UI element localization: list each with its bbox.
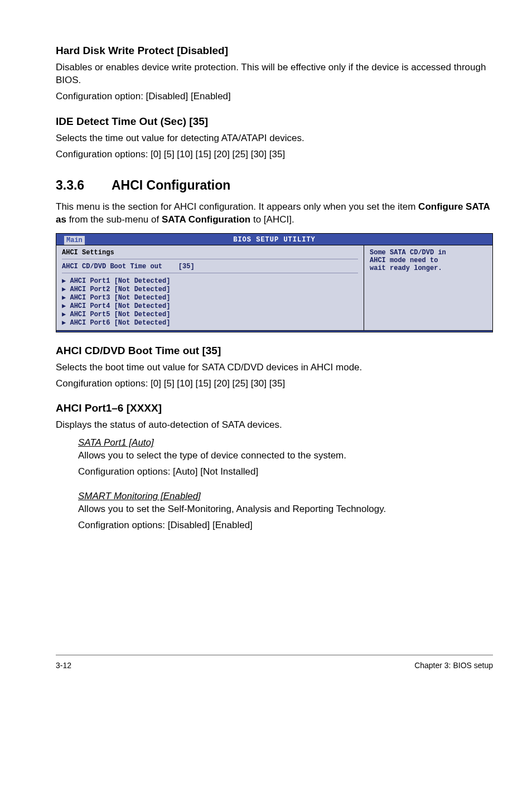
section-text: AHCI Configuration bbox=[112, 178, 230, 192]
page-footer: 3-12 Chapter 3: BIOS setup bbox=[56, 655, 493, 670]
ide-detect-timeout-heading: IDE Detect Time Out (Sec) [35] bbox=[56, 115, 493, 128]
bios-help-line: wait ready longer. bbox=[370, 264, 487, 272]
sata-port1-sub-heading: SATA Port1 [Auto] bbox=[78, 437, 493, 448]
bios-port-row: AHCI Port6 [Not Detected] bbox=[62, 318, 358, 327]
smart-monitoring-desc: Allows you to set the Self-Monitoring, A… bbox=[78, 503, 493, 516]
smart-monitoring-opts: Configration options: [Disabled] [Enable… bbox=[78, 519, 493, 532]
bios-left-panel: AHCI Settings AHCI CD/DVD Boot Time out … bbox=[56, 245, 364, 330]
bios-titlebar: BIOS SETUP UTILITY Main bbox=[56, 234, 492, 245]
sata-port1-desc: Allows you to select the type of device … bbox=[78, 450, 493, 462]
bios-port-row: AHCI Port2 [Not Detected] bbox=[62, 285, 358, 293]
ahci-boot-timeout-desc: Selects the boot time out value for SATA… bbox=[56, 361, 493, 374]
section-number: 3.3.6 bbox=[56, 178, 112, 193]
bios-port-row: AHCI Port1 [Not Detected] bbox=[62, 277, 358, 285]
ahci-ports-heading: AHCI Port1–6 [XXXX] bbox=[56, 402, 493, 414]
bios-help-panel: Some SATA CD/DVD in AHCI mode need to wa… bbox=[364, 245, 492, 330]
hard-disk-write-protect-heading: Hard Disk Write Protect [Disabled] bbox=[56, 45, 493, 57]
bios-port-row: AHCI Port4 [Not Detected] bbox=[62, 302, 358, 310]
bios-port-row: AHCI Port5 [Not Detected] bbox=[62, 310, 358, 318]
hard-disk-write-protect-opts: Configuration option: [Disabled] [Enable… bbox=[56, 90, 493, 103]
bios-ahci-settings-label: AHCI Settings bbox=[62, 249, 358, 257]
ahci-ports-desc: Displays the status of auto-detection of… bbox=[56, 419, 493, 432]
ahci-boot-timeout-opts: Congifuration options: [0] [5] [10] [15]… bbox=[56, 378, 493, 390]
ide-detect-timeout-desc: Selects the time out value for detecting… bbox=[56, 132, 493, 145]
hard-disk-write-protect-desc: Disables or enables device write protect… bbox=[56, 61, 493, 87]
sata-port1-opts: Configuration options: [Auto] [Not Insta… bbox=[78, 466, 493, 479]
bios-bottom-border bbox=[56, 330, 492, 332]
page-number: 3-12 bbox=[56, 661, 71, 670]
ahci-config-section-title: 3.3.6AHCI Configuration bbox=[56, 178, 493, 193]
text-fragment: This menu is the section for AHCI config… bbox=[56, 201, 418, 212]
chapter-label: Chapter 3: BIOS setup bbox=[414, 661, 493, 670]
bios-title: BIOS SETUP UTILITY bbox=[233, 236, 316, 244]
text-fragment: to [AHCI]. bbox=[250, 214, 294, 225]
bios-port-list: AHCI Port1 [Not Detected] AHCI Port2 [No… bbox=[62, 277, 358, 327]
text-bold: SATA Configuration bbox=[162, 214, 250, 225]
ahci-config-desc: This menu is the section for AHCI config… bbox=[56, 201, 493, 226]
bios-help-line: AHCI mode need to bbox=[370, 257, 487, 264]
bios-port-row: AHCI Port3 [Not Detected] bbox=[62, 293, 358, 302]
bios-tab-main: Main bbox=[64, 236, 85, 245]
text-fragment: from the sub-menu of bbox=[66, 214, 162, 225]
bios-opt-label: AHCI CD/DVD Boot Time out bbox=[62, 263, 162, 270]
smart-monitoring-sub-heading: SMART Monitoring [Enabled] bbox=[78, 491, 493, 502]
bios-boot-timeout-row: AHCI CD/DVD Boot Time out [35] bbox=[62, 263, 358, 270]
bios-help-line: Some SATA CD/DVD in bbox=[370, 249, 487, 257]
divider bbox=[62, 273, 358, 273]
divider bbox=[62, 259, 358, 259]
bios-opt-value: [35] bbox=[178, 263, 195, 270]
bios-setup-screenshot: BIOS SETUP UTILITY Main AHCI Settings AH… bbox=[56, 233, 493, 332]
ahci-boot-timeout-heading: AHCI CD/DVD Boot Time out [35] bbox=[56, 345, 493, 357]
ide-detect-timeout-opts: Configuration options: [0] [5] [10] [15]… bbox=[56, 148, 493, 161]
